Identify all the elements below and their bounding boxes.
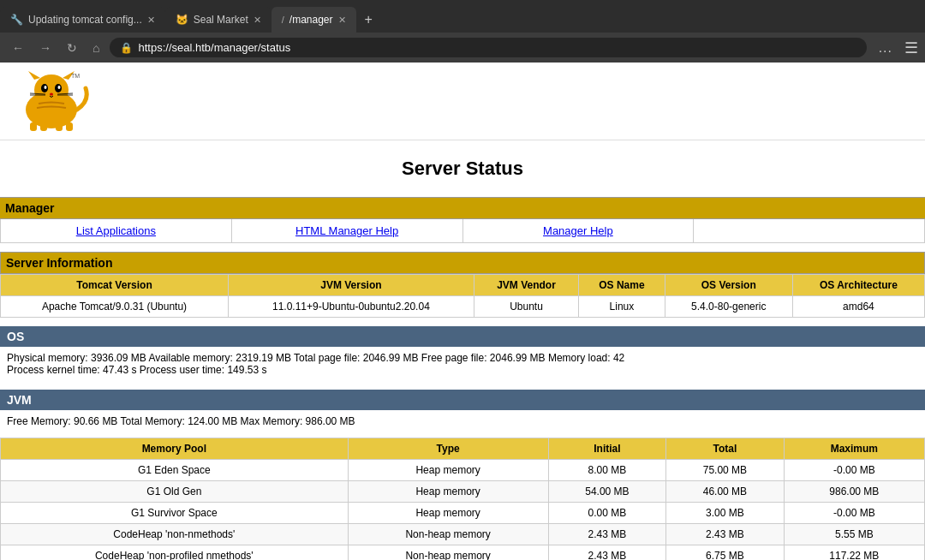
tab-1-close[interactable]: ✕ xyxy=(147,15,155,26)
manager-links: List Applications HTML Manager Help Mana… xyxy=(0,219,925,243)
jvm-info-text: Free Memory: 90.66 MB Total Memory: 124.… xyxy=(7,415,918,427)
nav-more-button[interactable]: ... xyxy=(872,39,899,57)
mem-col-total: Total xyxy=(666,438,785,460)
manager-link-cell-2: HTML Manager Help xyxy=(232,219,463,242)
svg-rect-16 xyxy=(66,122,73,131)
firefox-menu-icon[interactable]: ☰ xyxy=(904,39,918,57)
memory-cell-1-0: G1 Old Gen xyxy=(1,481,349,503)
tab-2-close[interactable]: ✕ xyxy=(254,15,261,26)
memory-table-row: G1 Old GenHeap memory54.00 MB46.00 MB986… xyxy=(1,481,925,503)
svg-point-8 xyxy=(50,93,53,96)
memory-table: Memory Pool Type Initial Total Maximum G… xyxy=(0,438,925,560)
server-info-header: Server Information xyxy=(0,252,925,274)
memory-cell-4-2: 2.43 MB xyxy=(548,545,666,561)
page-title: Server Status xyxy=(0,140,925,197)
manager-link-cell-4 xyxy=(694,219,924,242)
memory-cell-3-1: Non-heap memory xyxy=(348,524,548,545)
forward-button[interactable]: → xyxy=(34,39,57,57)
tab-2-label: Seal Market xyxy=(194,14,248,26)
tomcat-logo-image: TM xyxy=(13,71,90,131)
svg-point-7 xyxy=(58,86,61,89)
manager-header-text: Manager xyxy=(5,201,55,215)
os-info: Physical memory: 3936.09 MB Available me… xyxy=(0,347,925,381)
memory-table-row: CodeHeap 'non-nmethods'Non-heap memory2.… xyxy=(1,524,925,545)
svg-marker-2 xyxy=(28,71,40,80)
tab-3[interactable]: / /manager ✕ xyxy=(272,7,356,33)
manager-link-cell-3: Manager Help xyxy=(463,219,695,242)
tomcat-logo: TM xyxy=(13,71,912,131)
val-os-arch: amd64 xyxy=(792,296,924,318)
jvm-info: Free Memory: 90.66 MB Total Memory: 124.… xyxy=(0,410,925,432)
home-button[interactable]: ⌂ xyxy=(87,39,104,57)
memory-cell-3-0: CodeHeap 'non-nmethods' xyxy=(1,524,349,545)
os-info-line1: Physical memory: 3936.09 MB Available me… xyxy=(7,352,918,364)
memory-cell-1-4: 986.00 MB xyxy=(784,481,924,503)
lock-icon: 🔒 xyxy=(120,42,133,54)
server-info-header-row: Tomcat Version JVM Version JVM Vendor OS… xyxy=(1,275,925,296)
svg-rect-13 xyxy=(30,122,37,131)
os-section-header: OS xyxy=(0,326,925,347)
memory-cell-3-3: 2.43 MB xyxy=(666,524,785,545)
tab-2-favicon: 🐱 xyxy=(176,14,188,26)
memory-table-row: G1 Survivor SpaceHeap memory0.00 MB3.00 … xyxy=(1,503,925,524)
memory-cell-0-1: Heap memory xyxy=(348,460,548,481)
url-bar[interactable]: 🔒 https://seal.htb/manager/status xyxy=(110,38,866,57)
manager-section-header: Manager xyxy=(0,197,925,219)
mem-col-pool: Memory Pool xyxy=(1,438,349,460)
manager-link-cell-1: List Applications xyxy=(1,219,232,242)
memory-cell-1-1: Heap memory xyxy=(348,481,548,503)
logo-area: TM xyxy=(0,63,925,140)
memory-cell-2-0: G1 Survivor Space xyxy=(1,503,349,524)
memory-table-row: G1 Eden SpaceHeap memory8.00 MB75.00 MB-… xyxy=(1,460,925,481)
new-tab-button[interactable]: + xyxy=(356,7,381,33)
memory-cell-0-0: G1 Eden Space xyxy=(1,460,349,481)
server-info-table: Tomcat Version JVM Version JVM Vendor OS… xyxy=(0,274,925,318)
memory-cell-1-3: 46.00 MB xyxy=(666,481,785,503)
reload-button[interactable]: ↻ xyxy=(62,39,82,57)
manager-help-link[interactable]: Manager Help xyxy=(543,224,613,237)
tab-2[interactable]: 🐱 Seal Market ✕ xyxy=(165,7,272,33)
browser-chrome: 🔧 Updating tomcat config... ✕ 🐱 Seal Mar… xyxy=(0,0,925,63)
memory-cell-2-1: Heap memory xyxy=(348,503,548,524)
col-os-name: OS Name xyxy=(579,275,665,296)
tab-1-favicon: 🔧 xyxy=(10,14,23,26)
svg-text:TM: TM xyxy=(71,73,80,79)
col-jvm-vendor: JVM Vendor xyxy=(474,275,578,296)
memory-cell-1-2: 54.00 MB xyxy=(548,481,666,503)
val-tomcat-version: Apache Tomcat/9.0.31 (Ubuntu) xyxy=(1,296,229,318)
memory-cell-4-4: 117.22 MB xyxy=(784,545,924,561)
back-button[interactable]: ← xyxy=(7,39,29,57)
jvm-section: JVM Free Memory: 90.66 MB Total Memory: … xyxy=(0,390,925,560)
mem-col-initial: Initial xyxy=(548,438,666,460)
memory-cell-0-3: 75.00 MB xyxy=(666,460,785,481)
tab-3-label: /manager xyxy=(289,14,333,26)
memory-cell-0-2: 8.00 MB xyxy=(548,460,666,481)
svg-rect-15 xyxy=(56,122,63,131)
os-info-line2: Process kernel time: 47.43 s Process use… xyxy=(7,364,918,376)
server-info-section: Server Information Tomcat Version JVM Ve… xyxy=(0,252,925,318)
server-info-data-row: Apache Tomcat/9.0.31 (Ubuntu) 11.0.11+9-… xyxy=(1,296,925,318)
list-applications-link[interactable]: List Applications xyxy=(76,224,156,237)
tab-bar: 🔧 Updating tomcat config... ✕ 🐱 Seal Mar… xyxy=(0,0,925,33)
memory-cell-3-2: 2.43 MB xyxy=(548,524,666,545)
tab-1[interactable]: 🔧 Updating tomcat config... ✕ xyxy=(0,7,165,33)
os-section: OS Physical memory: 3936.09 MB Available… xyxy=(0,326,925,381)
val-jvm-vendor: Ubuntu xyxy=(474,296,578,318)
memory-table-row: CodeHeap 'non-profiled nmethods'Non-heap… xyxy=(1,545,925,561)
url-text: https://seal.htb/manager/status xyxy=(138,41,856,54)
memory-cell-0-4: -0.00 MB xyxy=(784,460,924,481)
memory-table-header-row: Memory Pool Type Initial Total Maximum xyxy=(1,438,925,460)
memory-cell-4-1: Non-heap memory xyxy=(348,545,548,561)
mem-col-type: Type xyxy=(348,438,548,460)
svg-point-6 xyxy=(45,86,47,89)
col-jvm-version: JVM Version xyxy=(228,275,474,296)
memory-cell-2-3: 3.00 MB xyxy=(666,503,785,524)
html-manager-help-link[interactable]: HTML Manager Help xyxy=(295,224,398,237)
col-tomcat-version: Tomcat Version xyxy=(1,275,229,296)
memory-cell-2-4: -0.00 MB xyxy=(784,503,924,524)
memory-cell-2-2: 0.00 MB xyxy=(548,503,666,524)
svg-point-1 xyxy=(34,74,69,105)
tab-3-close[interactable]: ✕ xyxy=(338,15,346,26)
os-header-text: OS xyxy=(7,330,24,343)
tab-3-favicon: / xyxy=(282,15,284,25)
